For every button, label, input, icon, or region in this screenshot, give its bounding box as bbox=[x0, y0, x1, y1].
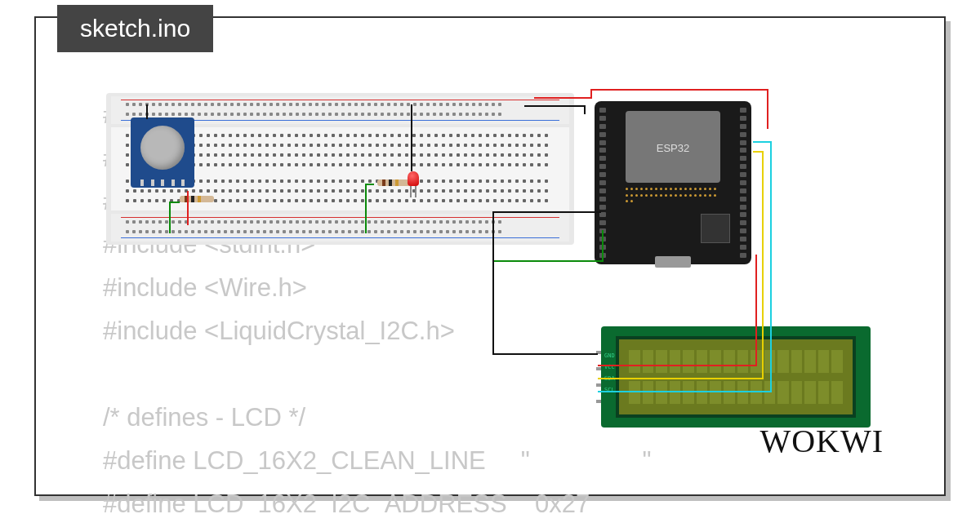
resistor-2[interactable] bbox=[377, 179, 412, 186]
esp32-label: ESP32 bbox=[626, 142, 720, 154]
led-legs bbox=[408, 186, 418, 197]
esp32-usb bbox=[655, 256, 691, 268]
lcd-screen bbox=[616, 336, 856, 418]
lcd-pins bbox=[596, 351, 601, 403]
rtc-battery bbox=[140, 126, 185, 170]
rtc-module[interactable] bbox=[131, 117, 194, 188]
resistor-1[interactable] bbox=[180, 196, 214, 202]
wokwi-logo: WOKWI bbox=[760, 422, 884, 460]
rtc-pins bbox=[140, 179, 185, 186]
breadboard-bottom-power-rail bbox=[111, 214, 569, 241]
esp32-left-pins bbox=[599, 108, 606, 258]
file-tab[interactable]: sketch.ino bbox=[57, 5, 213, 52]
lcd-pin-sda-label: SDA bbox=[604, 375, 615, 382]
red-led[interactable] bbox=[408, 171, 419, 186]
lcd-pin-gnd-label: GND bbox=[604, 352, 615, 359]
esp32-right-pins bbox=[740, 108, 746, 258]
lcd-1602[interactable]: GND VCC SDA SCL bbox=[601, 326, 871, 428]
simulator-card: #include <stdio.h> #include <string.h> #… bbox=[34, 16, 946, 496]
lcd-pin-scl-label: SCL bbox=[604, 387, 615, 393]
lcd-pin-vcc-label: VCC bbox=[604, 364, 615, 370]
esp32-chip bbox=[701, 214, 730, 243]
esp32-board[interactable]: ESP32 bbox=[595, 101, 751, 264]
esp32-shield: ESP32 bbox=[626, 111, 720, 183]
